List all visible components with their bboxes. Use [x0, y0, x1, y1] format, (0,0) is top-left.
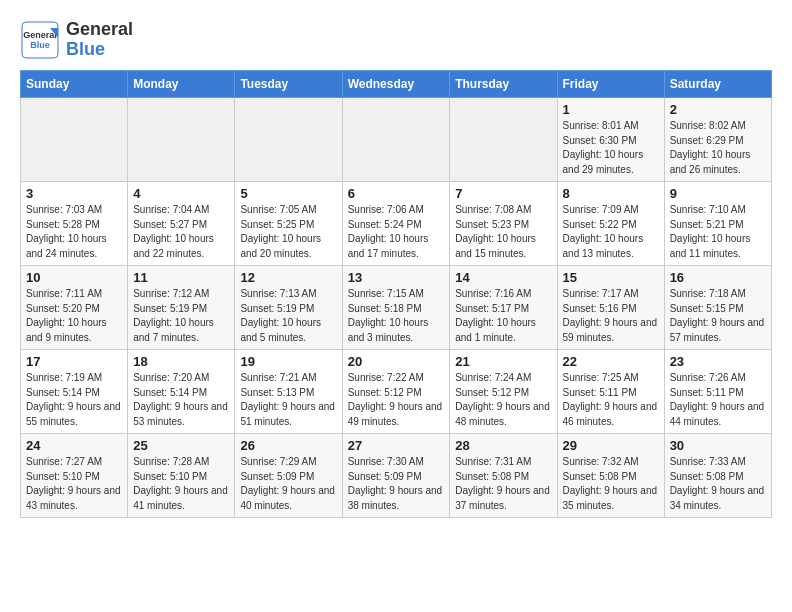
day-info: Sunrise: 8:01 AM Sunset: 6:30 PM Dayligh…: [563, 119, 659, 177]
calendar-day-cell: 19Sunrise: 7:21 AM Sunset: 5:13 PM Dayli…: [235, 350, 342, 434]
calendar-day-cell: 30Sunrise: 7:33 AM Sunset: 5:08 PM Dayli…: [664, 434, 771, 518]
calendar-day-cell: 11Sunrise: 7:12 AM Sunset: 5:19 PM Dayli…: [128, 266, 235, 350]
day-info: Sunrise: 7:15 AM Sunset: 5:18 PM Dayligh…: [348, 287, 445, 345]
calendar-day-cell: [235, 98, 342, 182]
calendar-day-cell: [128, 98, 235, 182]
calendar-day-cell: [450, 98, 557, 182]
day-number: 17: [26, 354, 122, 369]
day-info: Sunrise: 7:16 AM Sunset: 5:17 PM Dayligh…: [455, 287, 551, 345]
weekday-header-cell: Saturday: [664, 71, 771, 98]
calendar-week-row: 24Sunrise: 7:27 AM Sunset: 5:10 PM Dayli…: [21, 434, 772, 518]
svg-text:General: General: [23, 30, 57, 40]
weekday-header-cell: Friday: [557, 71, 664, 98]
weekday-header-cell: Sunday: [21, 71, 128, 98]
day-number: 29: [563, 438, 659, 453]
day-info: Sunrise: 7:18 AM Sunset: 5:15 PM Dayligh…: [670, 287, 766, 345]
day-info: Sunrise: 7:27 AM Sunset: 5:10 PM Dayligh…: [26, 455, 122, 513]
calendar-table: SundayMondayTuesdayWednesdayThursdayFrid…: [20, 70, 772, 518]
day-number: 20: [348, 354, 445, 369]
calendar-day-cell: 23Sunrise: 7:26 AM Sunset: 5:11 PM Dayli…: [664, 350, 771, 434]
svg-text:Blue: Blue: [30, 40, 50, 50]
day-info: Sunrise: 7:30 AM Sunset: 5:09 PM Dayligh…: [348, 455, 445, 513]
calendar-week-row: 17Sunrise: 7:19 AM Sunset: 5:14 PM Dayli…: [21, 350, 772, 434]
calendar-week-row: 1Sunrise: 8:01 AM Sunset: 6:30 PM Daylig…: [21, 98, 772, 182]
day-number: 16: [670, 270, 766, 285]
day-number: 23: [670, 354, 766, 369]
calendar-day-cell: 6Sunrise: 7:06 AM Sunset: 5:24 PM Daylig…: [342, 182, 450, 266]
day-info: Sunrise: 7:31 AM Sunset: 5:08 PM Dayligh…: [455, 455, 551, 513]
logo-icon: General Blue: [20, 20, 60, 60]
day-info: Sunrise: 7:28 AM Sunset: 5:10 PM Dayligh…: [133, 455, 229, 513]
calendar-day-cell: 12Sunrise: 7:13 AM Sunset: 5:19 PM Dayli…: [235, 266, 342, 350]
calendar-day-cell: 1Sunrise: 8:01 AM Sunset: 6:30 PM Daylig…: [557, 98, 664, 182]
day-info: Sunrise: 7:12 AM Sunset: 5:19 PM Dayligh…: [133, 287, 229, 345]
day-info: Sunrise: 7:22 AM Sunset: 5:12 PM Dayligh…: [348, 371, 445, 429]
logo: General Blue General Blue: [20, 20, 133, 60]
day-info: Sunrise: 7:11 AM Sunset: 5:20 PM Dayligh…: [26, 287, 122, 345]
day-number: 6: [348, 186, 445, 201]
calendar-day-cell: 2Sunrise: 8:02 AM Sunset: 6:29 PM Daylig…: [664, 98, 771, 182]
day-number: 2: [670, 102, 766, 117]
calendar-day-cell: 22Sunrise: 7:25 AM Sunset: 5:11 PM Dayli…: [557, 350, 664, 434]
day-info: Sunrise: 7:29 AM Sunset: 5:09 PM Dayligh…: [240, 455, 336, 513]
calendar-day-cell: [342, 98, 450, 182]
day-number: 14: [455, 270, 551, 285]
calendar-day-cell: 7Sunrise: 7:08 AM Sunset: 5:23 PM Daylig…: [450, 182, 557, 266]
calendar-day-cell: 25Sunrise: 7:28 AM Sunset: 5:10 PM Dayli…: [128, 434, 235, 518]
day-info: Sunrise: 7:33 AM Sunset: 5:08 PM Dayligh…: [670, 455, 766, 513]
weekday-header-cell: Monday: [128, 71, 235, 98]
day-info: Sunrise: 7:08 AM Sunset: 5:23 PM Dayligh…: [455, 203, 551, 261]
calendar-day-cell: 26Sunrise: 7:29 AM Sunset: 5:09 PM Dayli…: [235, 434, 342, 518]
weekday-header-cell: Wednesday: [342, 71, 450, 98]
calendar-day-cell: 5Sunrise: 7:05 AM Sunset: 5:25 PM Daylig…: [235, 182, 342, 266]
calendar-day-cell: 3Sunrise: 7:03 AM Sunset: 5:28 PM Daylig…: [21, 182, 128, 266]
day-info: Sunrise: 7:21 AM Sunset: 5:13 PM Dayligh…: [240, 371, 336, 429]
day-number: 5: [240, 186, 336, 201]
day-number: 21: [455, 354, 551, 369]
calendar-day-cell: 15Sunrise: 7:17 AM Sunset: 5:16 PM Dayli…: [557, 266, 664, 350]
calendar-week-row: 10Sunrise: 7:11 AM Sunset: 5:20 PM Dayli…: [21, 266, 772, 350]
day-number: 3: [26, 186, 122, 201]
day-number: 27: [348, 438, 445, 453]
calendar-day-cell: 8Sunrise: 7:09 AM Sunset: 5:22 PM Daylig…: [557, 182, 664, 266]
day-number: 11: [133, 270, 229, 285]
day-number: 25: [133, 438, 229, 453]
day-number: 10: [26, 270, 122, 285]
calendar-day-cell: 10Sunrise: 7:11 AM Sunset: 5:20 PM Dayli…: [21, 266, 128, 350]
day-number: 18: [133, 354, 229, 369]
calendar-day-cell: 16Sunrise: 7:18 AM Sunset: 5:15 PM Dayli…: [664, 266, 771, 350]
day-number: 12: [240, 270, 336, 285]
calendar-day-cell: 20Sunrise: 7:22 AM Sunset: 5:12 PM Dayli…: [342, 350, 450, 434]
day-info: Sunrise: 7:19 AM Sunset: 5:14 PM Dayligh…: [26, 371, 122, 429]
calendar-day-cell: 18Sunrise: 7:20 AM Sunset: 5:14 PM Dayli…: [128, 350, 235, 434]
day-info: Sunrise: 7:03 AM Sunset: 5:28 PM Dayligh…: [26, 203, 122, 261]
day-number: 19: [240, 354, 336, 369]
calendar-day-cell: 4Sunrise: 7:04 AM Sunset: 5:27 PM Daylig…: [128, 182, 235, 266]
calendar-day-cell: 29Sunrise: 7:32 AM Sunset: 5:08 PM Dayli…: [557, 434, 664, 518]
day-info: Sunrise: 7:25 AM Sunset: 5:11 PM Dayligh…: [563, 371, 659, 429]
day-info: Sunrise: 7:17 AM Sunset: 5:16 PM Dayligh…: [563, 287, 659, 345]
calendar-day-cell: 9Sunrise: 7:10 AM Sunset: 5:21 PM Daylig…: [664, 182, 771, 266]
day-info: Sunrise: 7:26 AM Sunset: 5:11 PM Dayligh…: [670, 371, 766, 429]
weekday-header-cell: Thursday: [450, 71, 557, 98]
day-number: 13: [348, 270, 445, 285]
page-header: General Blue General Blue: [20, 20, 772, 60]
logo-text-blue: Blue: [66, 40, 133, 60]
day-info: Sunrise: 7:24 AM Sunset: 5:12 PM Dayligh…: [455, 371, 551, 429]
calendar-day-cell: 28Sunrise: 7:31 AM Sunset: 5:08 PM Dayli…: [450, 434, 557, 518]
day-number: 26: [240, 438, 336, 453]
day-number: 9: [670, 186, 766, 201]
calendar-body: 1Sunrise: 8:01 AM Sunset: 6:30 PM Daylig…: [21, 98, 772, 518]
day-number: 24: [26, 438, 122, 453]
day-number: 28: [455, 438, 551, 453]
calendar-day-cell: [21, 98, 128, 182]
day-number: 30: [670, 438, 766, 453]
calendar-day-cell: 21Sunrise: 7:24 AM Sunset: 5:12 PM Dayli…: [450, 350, 557, 434]
day-info: Sunrise: 8:02 AM Sunset: 6:29 PM Dayligh…: [670, 119, 766, 177]
day-number: 7: [455, 186, 551, 201]
day-info: Sunrise: 7:10 AM Sunset: 5:21 PM Dayligh…: [670, 203, 766, 261]
day-info: Sunrise: 7:05 AM Sunset: 5:25 PM Dayligh…: [240, 203, 336, 261]
calendar-day-cell: 13Sunrise: 7:15 AM Sunset: 5:18 PM Dayli…: [342, 266, 450, 350]
day-info: Sunrise: 7:06 AM Sunset: 5:24 PM Dayligh…: [348, 203, 445, 261]
day-info: Sunrise: 7:20 AM Sunset: 5:14 PM Dayligh…: [133, 371, 229, 429]
